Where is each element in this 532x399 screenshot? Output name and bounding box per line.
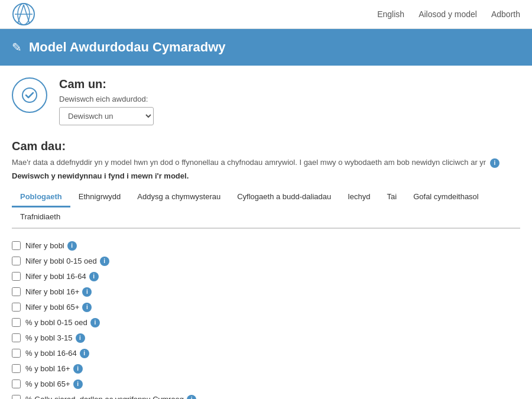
tab-ethnigrwydd[interactable]: Ethnigrwydd bbox=[70, 187, 129, 207]
checkbox-item: Nifer y bobli bbox=[12, 238, 520, 254]
reset-model-link[interactable]: Ailosod y model bbox=[419, 9, 477, 19]
checkbox-item: % y bobl 16-64i bbox=[12, 346, 520, 361]
checkbox-label: % y bobl 16-64 bbox=[25, 349, 77, 358]
checkbox-1[interactable] bbox=[12, 257, 21, 265]
tab-poblogaeth[interactable]: Poblogaeth bbox=[12, 187, 70, 207]
checkbox-label: Nifer y bobl 16-64 bbox=[25, 272, 86, 281]
english-link[interactable]: English bbox=[377, 9, 404, 19]
tab-iechyd[interactable]: Iechyd bbox=[339, 187, 378, 207]
info-icon[interactable]: i bbox=[89, 272, 99, 281]
main-content: Cam un: Dewiswch eich awdurdod: Dewiswch… bbox=[0, 66, 532, 399]
checkbox-5[interactable] bbox=[12, 318, 21, 327]
tab-cyflogaeth-a-budd-daliadau[interactable]: Cyflogaeth a budd-daliadau bbox=[229, 187, 339, 207]
info-icon[interactable]: i bbox=[67, 241, 77, 251]
step-one-section: Cam un: Dewiswch eich awdurdod: Dewiswch… bbox=[12, 77, 520, 125]
tab-trafnidiaeth[interactable]: Trafnidiaeth bbox=[12, 207, 69, 228]
checkbox-3[interactable] bbox=[12, 287, 21, 296]
step-one-sublabel: Dewiswch eich awdurdod: bbox=[59, 95, 154, 103]
step-two-description: Mae'r data a ddefnyddir yn y model hwn y… bbox=[12, 158, 520, 168]
checkbox-2[interactable] bbox=[12, 272, 21, 281]
page-header: ✎ Model Awdurdodau Cymaradwy bbox=[0, 29, 532, 66]
logo-icon bbox=[12, 2, 35, 26]
checkbox-label: % y bobl 0-15 oed bbox=[25, 318, 87, 327]
checkbox-9[interactable] bbox=[12, 379, 21, 388]
logo bbox=[12, 2, 35, 26]
header-icon: ✎ bbox=[12, 40, 22, 54]
checkbox-item: % y bobl 16+i bbox=[12, 361, 520, 377]
info-icon[interactable]: i bbox=[76, 333, 85, 343]
checkbox-10[interactable] bbox=[12, 395, 21, 399]
checkbox-item: % y bobl 65+i bbox=[12, 377, 520, 392]
checkbox-7[interactable] bbox=[12, 349, 21, 358]
checkbox-label: % y bobl 65+ bbox=[25, 379, 70, 388]
info-icon[interactable]: i bbox=[100, 257, 109, 266]
checkbox-item: % y bobl 3-15i bbox=[12, 330, 520, 346]
svg-point-5 bbox=[22, 88, 37, 102]
checkbox-item: Nifer y bobl 16-64i bbox=[12, 269, 520, 284]
checkbox-label: Nifer y bobl 16+ bbox=[25, 287, 79, 296]
nav-links: English Ailosod y model Adborth bbox=[377, 9, 520, 19]
tab-addysg-a-chymwysterau[interactable]: Addysg a chymwysterau bbox=[129, 187, 229, 207]
info-icon[interactable]: i bbox=[80, 349, 89, 358]
checkbox-0[interactable] bbox=[12, 241, 21, 250]
step-one-circle bbox=[12, 77, 47, 113]
top-nav: English Ailosod y model Adborth bbox=[0, 0, 532, 29]
info-icon[interactable]: i bbox=[73, 379, 83, 389]
checkbox-label: Nifer y bobl 0-15 oed bbox=[25, 257, 97, 265]
checkbox-label: % Gallu siarad, darllen ac ysgrifennu Cy… bbox=[25, 395, 184, 399]
checkbox-item: % y bobl 0-15 oedi bbox=[12, 315, 520, 330]
info-icon[interactable]: i bbox=[82, 303, 92, 312]
checkbox-label: % y bobl 16+ bbox=[25, 364, 70, 373]
step-one-label: Cam un: bbox=[59, 77, 154, 91]
checkbox-4[interactable] bbox=[12, 303, 21, 312]
description-info-icon[interactable]: i bbox=[490, 158, 499, 168]
tab-gofal-cymdeithasol[interactable]: Gofal cymdeithasol bbox=[405, 187, 487, 207]
checkbox-item: Nifer y bobl 0-15 oedi bbox=[12, 254, 520, 269]
checkbox-label: Nifer y bobl bbox=[25, 241, 64, 250]
tab-tai[interactable]: Tai bbox=[379, 187, 406, 207]
info-icon[interactable]: i bbox=[82, 287, 92, 297]
page-title: Model Awdurdodau Cymaradwy bbox=[29, 40, 226, 55]
step-one-content: Cam un: Dewiswch eich awdurdod: Dewiswch… bbox=[59, 77, 154, 125]
step-two-subheading: Dewiswch y newidynnau i fynd i mewn i'r … bbox=[12, 171, 520, 180]
feedback-link[interactable]: Adborth bbox=[491, 9, 520, 19]
checkbox-label: Nifer y bobl 65+ bbox=[25, 303, 79, 312]
variable-tabs: PoblogaethEthnigrwyddAddysg a chymwyster… bbox=[12, 187, 520, 229]
checkmark-circle-icon bbox=[21, 87, 38, 103]
authority-dropdown[interactable]: Dewiswch un bbox=[59, 107, 154, 125]
info-icon[interactable]: i bbox=[90, 318, 100, 327]
checkbox-item: % Gallu siarad, darllen ac ysgrifennu Cy… bbox=[12, 392, 520, 399]
info-icon[interactable]: i bbox=[187, 395, 196, 399]
checkbox-item: Nifer y bobl 65+i bbox=[12, 300, 520, 315]
checkboxes-list: Nifer y bobliNifer y bobl 0-15 oediNifer… bbox=[12, 238, 520, 399]
checkbox-8[interactable] bbox=[12, 364, 21, 373]
info-icon[interactable]: i bbox=[73, 364, 83, 374]
checkbox-6[interactable] bbox=[12, 333, 21, 342]
checkbox-item: Nifer y bobl 16+i bbox=[12, 284, 520, 300]
step-two-heading: Cam dau: bbox=[12, 140, 520, 153]
checkbox-label: % y bobl 3-15 bbox=[25, 333, 73, 342]
step-two-section: Cam dau: Mae'r data a ddefnyddir yn y mo… bbox=[12, 140, 520, 399]
